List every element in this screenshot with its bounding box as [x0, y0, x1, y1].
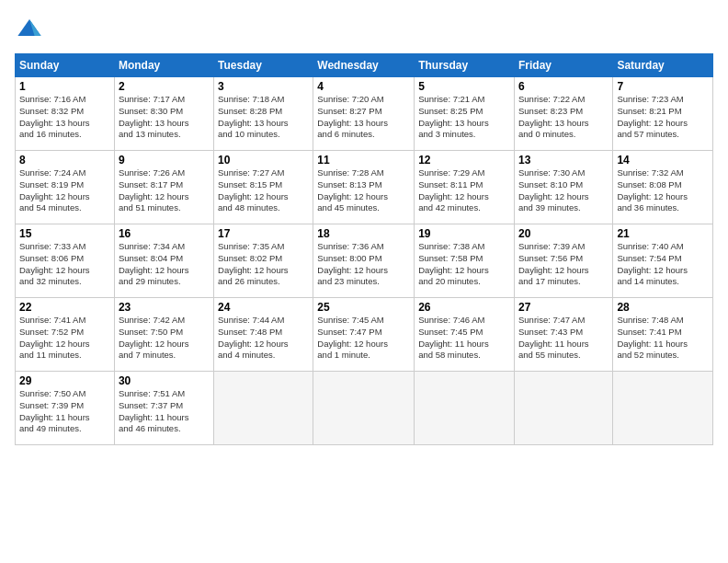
day-number: 27 [518, 301, 609, 314]
calendar-cell [415, 372, 515, 445]
day-number: 5 [418, 80, 510, 93]
calendar-cell: 4Sunrise: 7:20 AMSunset: 8:27 PMDaylight… [313, 77, 415, 151]
logo-icon [17, 15, 42, 40]
day-number: 4 [317, 80, 410, 93]
calendar-cell: 6Sunrise: 7:22 AMSunset: 8:23 PMDaylight… [514, 77, 612, 151]
day-number: 6 [518, 80, 609, 93]
logo [15, 15, 46, 44]
day-info: Sunrise: 7:20 AMSunset: 8:27 PMDaylight:… [317, 94, 410, 141]
weekday-header-wednesday: Wednesday [313, 54, 415, 77]
day-number: 13 [518, 154, 609, 167]
header [15, 15, 713, 44]
calendar-cell: 11Sunrise: 7:28 AMSunset: 8:13 PMDayligh… [313, 151, 415, 224]
calendar-cell: 22Sunrise: 7:41 AMSunset: 7:52 PMDayligh… [16, 298, 115, 372]
day-number: 24 [218, 301, 309, 314]
weekday-header-sunday: Sunday [16, 54, 115, 77]
day-info: Sunrise: 7:22 AMSunset: 8:23 PMDaylight:… [518, 94, 609, 141]
day-info: Sunrise: 7:33 AMSunset: 8:06 PMDaylight:… [19, 241, 110, 288]
calendar-cell [613, 372, 713, 445]
day-info: Sunrise: 7:30 AMSunset: 8:10 PMDaylight:… [518, 167, 609, 214]
day-info: Sunrise: 7:47 AMSunset: 7:43 PMDaylight:… [518, 315, 609, 362]
calendar-cell: 28Sunrise: 7:48 AMSunset: 7:41 PMDayligh… [613, 298, 713, 372]
day-number: 3 [218, 80, 309, 93]
weekday-header-thursday: Thursday [415, 54, 515, 77]
day-info: Sunrise: 7:46 AMSunset: 7:45 PMDaylight:… [418, 315, 510, 362]
day-info: Sunrise: 7:51 AMSunset: 7:37 PMDaylight:… [119, 388, 210, 435]
day-info: Sunrise: 7:44 AMSunset: 7:48 PMDaylight:… [218, 315, 309, 362]
day-info: Sunrise: 7:32 AMSunset: 8:08 PMDaylight:… [617, 167, 709, 214]
calendar-cell: 15Sunrise: 7:33 AMSunset: 8:06 PMDayligh… [16, 224, 115, 298]
calendar-week-row: 15Sunrise: 7:33 AMSunset: 8:06 PMDayligh… [16, 224, 713, 298]
day-number: 10 [218, 154, 309, 167]
calendar-cell: 2Sunrise: 7:17 AMSunset: 8:30 PMDaylight… [114, 77, 213, 151]
day-number: 16 [119, 227, 210, 240]
weekday-header-friday: Friday [514, 54, 612, 77]
day-info: Sunrise: 7:40 AMSunset: 7:54 PMDaylight:… [617, 241, 709, 288]
weekday-header-saturday: Saturday [613, 54, 713, 77]
day-info: Sunrise: 7:45 AMSunset: 7:47 PMDaylight:… [317, 315, 410, 362]
calendar-cell: 1Sunrise: 7:16 AMSunset: 8:32 PMDaylight… [16, 77, 115, 151]
day-info: Sunrise: 7:35 AMSunset: 8:02 PMDaylight:… [218, 241, 309, 288]
day-number: 14 [617, 154, 709, 167]
day-info: Sunrise: 7:34 AMSunset: 8:04 PMDaylight:… [119, 241, 210, 288]
day-info: Sunrise: 7:42 AMSunset: 7:50 PMDaylight:… [119, 315, 210, 362]
day-number: 17 [218, 227, 309, 240]
calendar-cell [313, 372, 415, 445]
day-number: 1 [19, 80, 110, 93]
day-number: 29 [19, 374, 110, 387]
calendar-cell: 24Sunrise: 7:44 AMSunset: 7:48 PMDayligh… [214, 298, 313, 372]
day-number: 22 [19, 301, 110, 314]
day-info: Sunrise: 7:24 AMSunset: 8:19 PMDaylight:… [19, 167, 110, 214]
calendar-cell: 9Sunrise: 7:26 AMSunset: 8:17 PMDaylight… [114, 151, 213, 224]
calendar-cell: 21Sunrise: 7:40 AMSunset: 7:54 PMDayligh… [613, 224, 713, 298]
calendar-cell: 10Sunrise: 7:27 AMSunset: 8:15 PMDayligh… [214, 151, 313, 224]
calendar-cell: 14Sunrise: 7:32 AMSunset: 8:08 PMDayligh… [613, 151, 713, 224]
calendar-cell: 30Sunrise: 7:51 AMSunset: 7:37 PMDayligh… [114, 372, 213, 445]
weekday-header-tuesday: Tuesday [214, 54, 313, 77]
day-number: 18 [317, 227, 410, 240]
day-info: Sunrise: 7:38 AMSunset: 7:58 PMDaylight:… [418, 241, 510, 288]
calendar-cell: 17Sunrise: 7:35 AMSunset: 8:02 PMDayligh… [214, 224, 313, 298]
day-number: 9 [119, 154, 210, 167]
day-info: Sunrise: 7:21 AMSunset: 8:25 PMDaylight:… [418, 94, 510, 141]
day-number: 7 [617, 80, 709, 93]
calendar-cell [214, 372, 313, 445]
day-info: Sunrise: 7:18 AMSunset: 8:28 PMDaylight:… [218, 94, 309, 141]
calendar-week-row: 29Sunrise: 7:50 AMSunset: 7:39 PMDayligh… [16, 372, 713, 445]
calendar-table: SundayMondayTuesdayWednesdayThursdayFrid… [15, 53, 713, 445]
day-info: Sunrise: 7:27 AMSunset: 8:15 PMDaylight:… [218, 167, 309, 214]
calendar-cell: 19Sunrise: 7:38 AMSunset: 7:58 PMDayligh… [415, 224, 515, 298]
day-number: 19 [418, 227, 510, 240]
day-number: 2 [119, 80, 210, 93]
day-info: Sunrise: 7:26 AMSunset: 8:17 PMDaylight:… [119, 167, 210, 214]
calendar-cell: 26Sunrise: 7:46 AMSunset: 7:45 PMDayligh… [415, 298, 515, 372]
calendar-cell: 16Sunrise: 7:34 AMSunset: 8:04 PMDayligh… [114, 224, 213, 298]
day-info: Sunrise: 7:39 AMSunset: 7:56 PMDaylight:… [518, 241, 609, 288]
day-info: Sunrise: 7:23 AMSunset: 8:21 PMDaylight:… [617, 94, 709, 141]
day-number: 12 [418, 154, 510, 167]
day-number: 28 [617, 301, 709, 314]
calendar-cell: 5Sunrise: 7:21 AMSunset: 8:25 PMDaylight… [415, 77, 515, 151]
day-info: Sunrise: 7:28 AMSunset: 8:13 PMDaylight:… [317, 167, 410, 214]
calendar-cell: 23Sunrise: 7:42 AMSunset: 7:50 PMDayligh… [114, 298, 213, 372]
day-number: 30 [119, 374, 210, 387]
calendar-page: SundayMondayTuesdayWednesdayThursdayFrid… [0, 0, 728, 563]
day-number: 15 [19, 227, 110, 240]
day-number: 21 [617, 227, 709, 240]
calendar-cell: 8Sunrise: 7:24 AMSunset: 8:19 PMDaylight… [16, 151, 115, 224]
calendar-week-row: 8Sunrise: 7:24 AMSunset: 8:19 PMDaylight… [16, 151, 713, 224]
calendar-cell: 18Sunrise: 7:36 AMSunset: 8:00 PMDayligh… [313, 224, 415, 298]
calendar-cell: 13Sunrise: 7:30 AMSunset: 8:10 PMDayligh… [514, 151, 612, 224]
day-number: 8 [19, 154, 110, 167]
day-info: Sunrise: 7:16 AMSunset: 8:32 PMDaylight:… [19, 94, 110, 141]
day-number: 20 [518, 227, 609, 240]
weekday-header-row: SundayMondayTuesdayWednesdayThursdayFrid… [16, 54, 713, 77]
day-number: 23 [119, 301, 210, 314]
calendar-cell: 20Sunrise: 7:39 AMSunset: 7:56 PMDayligh… [514, 224, 612, 298]
day-number: 25 [317, 301, 410, 314]
calendar-cell: 25Sunrise: 7:45 AMSunset: 7:47 PMDayligh… [313, 298, 415, 372]
day-number: 11 [317, 154, 410, 167]
calendar-cell [514, 372, 612, 445]
calendar-week-row: 1Sunrise: 7:16 AMSunset: 8:32 PMDaylight… [16, 77, 713, 151]
day-info: Sunrise: 7:50 AMSunset: 7:39 PMDaylight:… [19, 388, 110, 435]
